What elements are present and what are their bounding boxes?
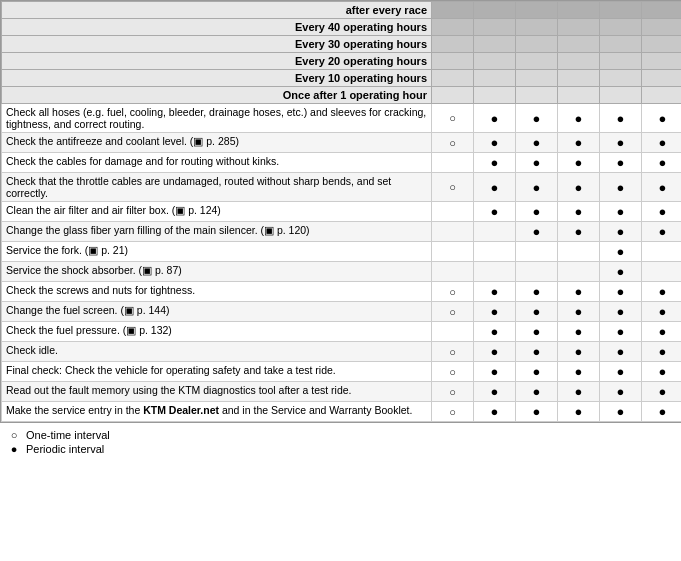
interval-dot: ●	[600, 322, 642, 342]
interval-dot: ●	[474, 342, 516, 362]
interval-dot: ●	[600, 302, 642, 322]
interval-dot: ●	[642, 402, 682, 422]
interval-dot: ●	[642, 202, 682, 222]
task-description: Service the shock absorber. (▣ p. 87)	[2, 262, 432, 282]
task-description: Change the fuel screen. (▣ p. 144)	[2, 302, 432, 322]
interval-dot: ●	[558, 302, 600, 322]
task-description: Service the fork. (▣ p. 21)	[2, 242, 432, 262]
interval-dot: ●	[642, 222, 682, 242]
task-description: Check all hoses (e.g. fuel, cooling, ble…	[2, 104, 432, 133]
interval-dot: ●	[600, 173, 642, 202]
interval-dot: ●	[600, 104, 642, 133]
task-description: Check the cables for damage and for rout…	[2, 153, 432, 173]
interval-dot: ○	[432, 382, 474, 402]
interval-dot	[474, 242, 516, 262]
interval-dot: ●	[516, 222, 558, 242]
table-row: Check idle.○●●●●●	[2, 342, 682, 362]
interval-dot	[642, 242, 682, 262]
interval-dot	[432, 262, 474, 282]
task-description: Final check: Check the vehicle for opera…	[2, 362, 432, 382]
maintenance-table: after every raceEvery 40 operating hours…	[0, 0, 681, 423]
table-row: Check the cables for damage and for rout…	[2, 153, 682, 173]
table-row: Check all hoses (e.g. fuel, cooling, ble…	[2, 104, 682, 133]
interval-dot: ●	[642, 173, 682, 202]
table-row: Check the screws and nuts for tightness.…	[2, 282, 682, 302]
legend: ○ One-time interval ● Periodic interval	[0, 423, 681, 463]
interval-dot	[432, 202, 474, 222]
onetime-label: One-time interval	[26, 429, 110, 441]
interval-dot: ●	[600, 282, 642, 302]
interval-dot: ●	[474, 322, 516, 342]
interval-dot	[516, 262, 558, 282]
table-row: Check the antifreeze and coolant level. …	[2, 133, 682, 153]
interval-dot	[474, 222, 516, 242]
interval-dot	[432, 222, 474, 242]
interval-dot: ●	[558, 222, 600, 242]
interval-dot: ●	[600, 242, 642, 262]
table-row: Final check: Check the vehicle for opera…	[2, 362, 682, 382]
interval-dot: ●	[516, 402, 558, 422]
table-row: Clean the air filter and air filter box.…	[2, 202, 682, 222]
interval-dot: ●	[558, 322, 600, 342]
legend-item-periodic: ● Periodic interval	[8, 443, 673, 455]
interval-dot: ●	[642, 282, 682, 302]
interval-dot: ●	[516, 202, 558, 222]
table-row: Check that the throttle cables are undam…	[2, 173, 682, 202]
interval-dot: ●	[516, 342, 558, 362]
table-row: Read out the fault memory using the KTM …	[2, 382, 682, 402]
interval-dot: ○	[432, 362, 474, 382]
interval-dot: ●	[516, 133, 558, 153]
legend-item-onetime: ○ One-time interval	[8, 429, 673, 441]
interval-dot: ●	[474, 402, 516, 422]
interval-dot: ●	[642, 153, 682, 173]
table-row: Make the service entry in the KTM Dealer…	[2, 402, 682, 422]
table-row: Check the fuel pressure. (▣ p. 132)●●●●●	[2, 322, 682, 342]
interval-dot: ○	[432, 402, 474, 422]
interval-dot: ●	[600, 362, 642, 382]
interval-dot: ●	[600, 382, 642, 402]
interval-dot: ●	[600, 153, 642, 173]
onetime-symbol: ○	[8, 429, 20, 441]
interval-dot: ●	[600, 262, 642, 282]
table-row: Service the fork. (▣ p. 21)●	[2, 242, 682, 262]
interval-dot: ●	[474, 362, 516, 382]
interval-dot: ●	[474, 382, 516, 402]
task-description: Check that the throttle cables are undam…	[2, 173, 432, 202]
interval-dot: ●	[516, 322, 558, 342]
interval-dot: ●	[558, 173, 600, 202]
task-description: Check the screws and nuts for tightness.	[2, 282, 432, 302]
interval-dot	[558, 262, 600, 282]
periodic-symbol: ●	[8, 443, 20, 455]
interval-dot: ●	[474, 202, 516, 222]
interval-dot: ●	[558, 202, 600, 222]
task-description: Read out the fault memory using the KTM …	[2, 382, 432, 402]
interval-dot: ●	[516, 104, 558, 133]
interval-dot: ●	[600, 133, 642, 153]
interval-dot: ●	[516, 382, 558, 402]
interval-dot	[432, 322, 474, 342]
interval-dot: ●	[600, 222, 642, 242]
interval-dot: ●	[600, 342, 642, 362]
interval-dot: ●	[642, 322, 682, 342]
task-description: Check the fuel pressure. (▣ p. 132)	[2, 322, 432, 342]
interval-dot: ●	[558, 402, 600, 422]
interval-dot: ●	[474, 302, 516, 322]
interval-dot: ●	[642, 104, 682, 133]
interval-dot: ●	[474, 153, 516, 173]
interval-dot: ●	[516, 173, 558, 202]
task-description: Check the antifreeze and coolant level. …	[2, 133, 432, 153]
interval-dot	[432, 242, 474, 262]
interval-dot: ○	[432, 342, 474, 362]
interval-dot	[558, 242, 600, 262]
interval-dot: ●	[642, 133, 682, 153]
interval-dot: ●	[558, 342, 600, 362]
interval-dot: ●	[558, 282, 600, 302]
task-description: Make the service entry in the KTM Dealer…	[2, 402, 432, 422]
interval-dot: ●	[642, 362, 682, 382]
task-description: Clean the air filter and air filter box.…	[2, 202, 432, 222]
interval-dot: ●	[558, 153, 600, 173]
table-row: Change the fuel screen. (▣ p. 144)○●●●●●	[2, 302, 682, 322]
interval-dot: ○	[432, 133, 474, 153]
interval-dot: ○	[432, 282, 474, 302]
interval-dot: ●	[558, 104, 600, 133]
